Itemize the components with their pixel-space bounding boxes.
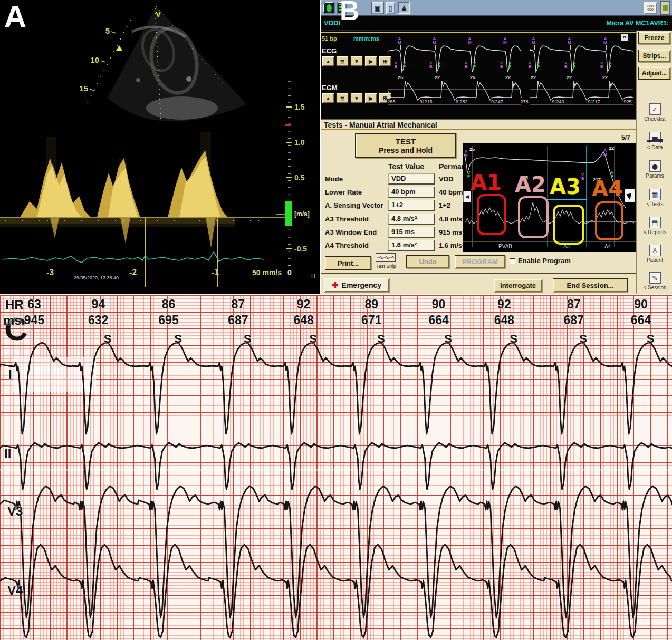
sweep-speed-label: 50 mm/s — [252, 268, 282, 277]
sidebar-item-reports[interactable]: ▤< Reports — [637, 217, 672, 235]
egm-marker-tick — [512, 81, 513, 88]
enable-program-checkbox[interactable] — [510, 258, 515, 264]
sidebar-item-tests[interactable]: ▦< Tests — [637, 189, 672, 207]
task-sidebar: FreezeStrips...Adjust...✓Checklist▂▅▃< D… — [636, 31, 672, 294]
rr-ms-value: 664 — [622, 313, 659, 327]
orientation-marker: V — [156, 9, 161, 18]
test-strip-label: Test Strip — [372, 264, 400, 269]
sidebar-item-session[interactable]: ✎< Session — [637, 272, 672, 290]
hr-value: 94 — [80, 297, 117, 312]
rr-ms-value: 687 — [555, 313, 592, 327]
test-press-hold-button[interactable]: TEST Press and Hold — [355, 133, 456, 158]
end-session-button[interactable]: End Session... — [553, 278, 628, 292]
page-indicator: 5/7 — [621, 134, 630, 141]
rr-ms-value: 648 — [285, 313, 322, 327]
sidebar-item-label: < Data — [637, 144, 672, 150]
velocity-label: 1.0 — [294, 138, 305, 147]
sense-marker: S — [240, 332, 255, 346]
ve-marker: VE — [529, 61, 531, 69]
programmer-toolbar: ▣ ▯ ♟ 888ooo — [321, 0, 672, 16]
sense-marker: S — [373, 332, 388, 346]
params-icon: ● — [649, 160, 661, 172]
rr-ms-value: 695 — [150, 313, 187, 327]
freeze-button[interactable]: Freeze — [638, 32, 670, 44]
sidebar-item-label: < Reports — [637, 229, 672, 235]
marker-tick — [506, 45, 506, 50]
egm-interval-value: 240 — [555, 99, 564, 104]
bottom-separator — [321, 273, 636, 274]
doppler-display: 1.51.00.5[m/s]-0.5 -3-2-151015 V 29/05/2… — [0, 0, 320, 294]
sense-marker: S — [506, 332, 521, 346]
egm-interval-value: 217 — [591, 99, 600, 104]
sidebar-item-data[interactable]: ▂▅▃< Data — [637, 132, 672, 150]
sense-marker: S — [171, 332, 186, 346]
programmer-head-icon[interactable] — [323, 2, 335, 14]
patient-view-icon[interactable]: ♟ — [398, 2, 410, 14]
marker-tick — [606, 45, 607, 50]
am-marker: AM — [603, 37, 607, 44]
annotation-box-a3 — [553, 205, 584, 245]
strips-button[interactable]: Strips... — [638, 50, 670, 62]
test-strip-icon[interactable] — [376, 253, 396, 262]
hr-value: 87 — [219, 297, 256, 312]
egm-marker-number: 22 — [531, 75, 536, 80]
param-label: A4 Threshold — [325, 241, 388, 249]
sidebar-item-params[interactable]: ●Params — [637, 160, 672, 179]
vp-marker: VP — [467, 171, 470, 178]
param-test-value-field[interactable]: 1.6 m/s² — [388, 240, 435, 251]
cursor-arrow-icon — [626, 191, 634, 200]
egm-interval-value: 215 — [424, 99, 433, 104]
ve-marker: VE — [429, 61, 432, 69]
ve-marker: VE — [500, 61, 503, 69]
medication-icon[interactable]: ▯ — [386, 2, 395, 14]
save-icon[interactable]: ▣ — [371, 2, 384, 14]
param-label: A3 Threshold — [325, 215, 388, 223]
param-test-value-field[interactable]: 915 ms — [388, 227, 435, 238]
egm-marker-tick — [405, 81, 405, 88]
time-zero-label: 0 — [287, 268, 292, 277]
marker-22: 22 — [609, 146, 614, 151]
echo-sector-image — [108, 6, 247, 121]
hr-value: 92 — [486, 297, 523, 312]
vp-marker: VP — [403, 61, 406, 69]
velocity-label: [m/s] — [294, 210, 310, 218]
egm-marker-number: 22 — [505, 75, 511, 80]
tests-header: Tests - Manual Atrial Mechanical — [321, 119, 636, 130]
am-marker: AM — [464, 150, 468, 157]
sense-marker: S — [306, 332, 321, 346]
zone-label-pvab: PVAB — [498, 244, 512, 249]
live-trace-area: 51 bp mmm:ms ECG ▲≣▼▶⊞ EGM ▲≣▼▶⊞ AMVEVPA… — [321, 31, 636, 119]
ve-marker: VE — [581, 173, 584, 180]
vp-marker: VP — [508, 61, 511, 69]
sense-marker: S — [100, 332, 115, 346]
time-label: -3 — [46, 268, 54, 277]
egm-interval-value: 247 — [494, 99, 503, 104]
print-button[interactable]: Print... — [325, 256, 371, 270]
accelerometer-labels: AM25VP915VE217AM22VPPVABA3A4A1A2A3A4◀ — [463, 143, 636, 252]
velocity-label: -0.5 — [294, 245, 307, 253]
sidebar-item-checklist[interactable]: ✓Checklist — [637, 103, 672, 122]
test-button-line2: Press and Hold — [379, 146, 433, 154]
interrogate-button[interactable]: Interrogate — [494, 279, 542, 292]
ve-marker: VE — [564, 61, 567, 69]
sidebar-item-patient[interactable]: ♙Patient — [637, 245, 672, 263]
param-test-value-field[interactable]: 40 bpm — [388, 187, 435, 198]
vp-marker: VP — [537, 61, 540, 69]
undo-button[interactable]: Undo — [406, 255, 449, 268]
rr-ms-value: 632 — [80, 313, 117, 327]
param-test-value-field[interactable]: 1+2 — [388, 200, 435, 211]
annotation-text-a1: A1 — [471, 172, 502, 193]
param-test-value-field[interactable]: VDD — [388, 173, 435, 185]
echo-ecg-trace — [3, 252, 264, 263]
sidebar-item-label: Patient — [637, 257, 672, 263]
annotation-box-a2 — [518, 196, 549, 238]
adjust-button[interactable]: Adjust... — [638, 67, 670, 80]
am-marker: AM — [433, 37, 436, 44]
emergency-button[interactable]: ✚ Emergency — [324, 278, 389, 292]
scroll-left-button[interactable]: ◀ — [463, 191, 471, 202]
param-test-value-field[interactable]: 4.8 m/s² — [388, 214, 435, 225]
program-button[interactable]: PROGRAM — [455, 255, 505, 268]
status-square-icon — [660, 1, 670, 15]
h-marker: H — [311, 273, 315, 279]
mouse-cursor-button[interactable] — [625, 189, 635, 202]
